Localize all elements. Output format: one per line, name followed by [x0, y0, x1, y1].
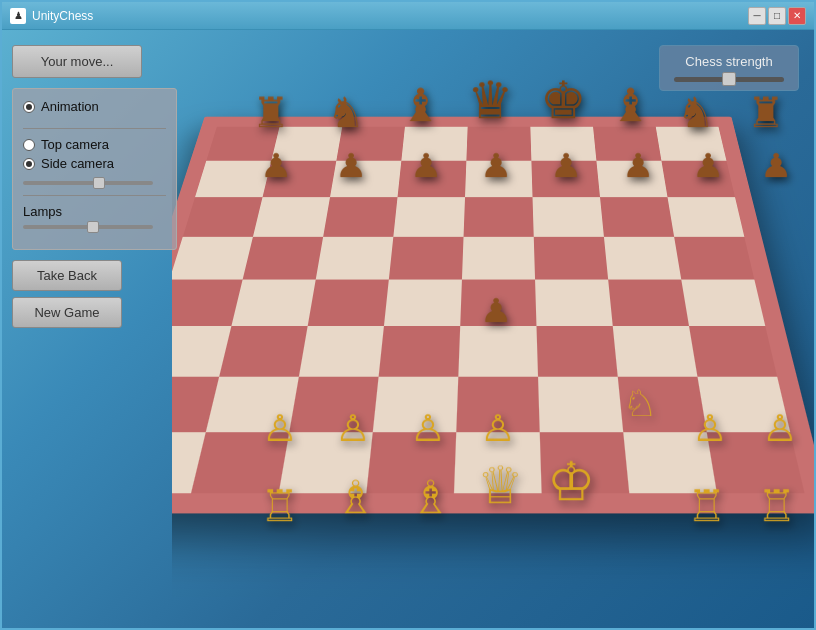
cell-3-8[interactable] — [668, 197, 745, 237]
window-title: UnityChess — [32, 9, 748, 23]
cell-4-7[interactable] — [604, 237, 681, 280]
cell-8-6[interactable] — [540, 432, 630, 493]
close-button[interactable]: ✕ — [788, 7, 806, 25]
left-panel: Your move... Animation Top camera — [12, 45, 187, 328]
cell-6-7[interactable] — [613, 326, 698, 377]
maximize-button[interactable]: □ — [768, 7, 786, 25]
camera-slider-track — [23, 181, 153, 185]
strength-slider-track — [674, 77, 784, 82]
cell-6-5[interactable] — [458, 326, 538, 377]
cell-6-4[interactable] — [379, 326, 461, 377]
divider-1 — [23, 128, 166, 129]
cell-7-6[interactable] — [538, 377, 623, 432]
cell-3-7[interactable] — [600, 197, 674, 237]
cell-8-3[interactable] — [279, 432, 373, 493]
cell-3-1[interactable] — [183, 197, 263, 237]
cell-7-8[interactable] — [697, 377, 790, 432]
window-controls: ─ □ ✕ — [748, 7, 806, 25]
cell-4-6[interactable] — [534, 237, 608, 280]
chess-strength-title: Chess strength — [672, 54, 786, 69]
top-camera-radio[interactable] — [23, 139, 35, 151]
cell-4-2[interactable] — [243, 237, 324, 280]
cell-8-8[interactable] — [707, 432, 805, 493]
cell-1-8[interactable] — [656, 127, 727, 161]
camera-slider-thumb[interactable] — [93, 177, 105, 189]
cell-6-2[interactable] — [219, 326, 308, 377]
top-camera-radio-item[interactable]: Top camera — [23, 137, 166, 152]
cell-3-5[interactable] — [464, 197, 534, 237]
cell-1-4[interactable] — [401, 127, 467, 161]
top-camera-label: Top camera — [41, 137, 109, 152]
chess-strength-panel: Chess strength — [659, 45, 799, 91]
cell-2-2[interactable] — [263, 161, 337, 198]
strength-slider-thumb[interactable] — [722, 72, 736, 86]
cell-1-5[interactable] — [466, 127, 531, 161]
cell-1-7[interactable] — [593, 127, 661, 161]
cell-6-6[interactable] — [536, 326, 617, 377]
controls-panel: Animation Top camera Side camera — [12, 88, 177, 250]
cell-8-5[interactable] — [454, 432, 542, 493]
cell-5-8[interactable] — [681, 280, 765, 326]
cell-7-4[interactable] — [373, 377, 459, 432]
side-camera-radio-item[interactable]: Side camera — [23, 156, 166, 171]
cell-4-8[interactable] — [674, 237, 754, 280]
action-buttons: Take Back New Game — [12, 260, 187, 328]
cell-7-2[interactable] — [206, 377, 299, 432]
cell-2-8[interactable] — [661, 161, 735, 198]
new-game-button[interactable]: New Game — [12, 297, 122, 328]
cell-5-3[interactable] — [308, 280, 389, 326]
side-camera-label: Side camera — [41, 156, 114, 171]
cell-1-2[interactable] — [271, 127, 342, 161]
divider-2 — [23, 195, 166, 196]
animation-radio-item[interactable]: Animation — [23, 99, 166, 114]
cell-2-4[interactable] — [398, 161, 467, 198]
cell-5-5[interactable] — [460, 280, 536, 326]
cell-3-2[interactable] — [253, 197, 330, 237]
your-move-button[interactable]: Your move... — [12, 45, 142, 78]
app-window: ♟ UnityChess ─ □ ✕ — [0, 0, 816, 630]
cell-5-4[interactable] — [384, 280, 462, 326]
cell-1-3[interactable] — [336, 127, 405, 161]
cell-4-4[interactable] — [389, 237, 464, 280]
cell-8-2[interactable] — [191, 432, 289, 493]
cell-2-6[interactable] — [531, 161, 600, 198]
cell-2-1[interactable] — [195, 161, 271, 198]
cell-1-6[interactable] — [530, 127, 596, 161]
cell-2-7[interactable] — [596, 161, 667, 198]
cell-1-1[interactable] — [206, 127, 279, 161]
app-icon: ♟ — [10, 8, 26, 24]
cell-4-3[interactable] — [316, 237, 394, 280]
camera-slider-container — [23, 181, 166, 185]
cell-8-4[interactable] — [366, 432, 456, 493]
board-surface — [172, 117, 814, 514]
minimize-button[interactable]: ─ — [748, 7, 766, 25]
cell-5-2[interactable] — [231, 280, 315, 326]
side-camera-radio[interactable] — [23, 158, 35, 170]
cell-6-8[interactable] — [689, 326, 777, 377]
cell-3-4[interactable] — [393, 197, 465, 237]
cell-3-3[interactable] — [323, 197, 397, 237]
cell-7-3[interactable] — [289, 377, 378, 432]
cell-3-6[interactable] — [533, 197, 604, 237]
cell-2-3[interactable] — [330, 161, 401, 198]
cell-7-5[interactable] — [456, 377, 539, 432]
main-area: ♜ ♞ ♝ ♛ ♚ ♝ ♞ ♜ ♟ ♟ ♟ ♟ ♟ ♟ ♟ ♟ ♟ — [2, 30, 814, 628]
animation-group: Animation — [23, 99, 166, 114]
cell-7-7[interactable] — [618, 377, 707, 432]
cell-6-3[interactable] — [299, 326, 384, 377]
camera-group: Top camera Side camera — [23, 137, 166, 171]
take-back-button[interactable]: Take Back — [12, 260, 122, 291]
lamps-label: Lamps — [23, 204, 166, 219]
chess-board-area: ♜ ♞ ♝ ♛ ♚ ♝ ♞ ♜ ♟ ♟ ♟ ♟ ♟ ♟ ♟ ♟ ♟ — [172, 60, 814, 628]
cell-5-6[interactable] — [535, 280, 613, 326]
animation-label: Animation — [41, 99, 99, 114]
board-grid — [172, 127, 805, 494]
cell-5-7[interactable] — [608, 280, 689, 326]
lamps-slider-thumb[interactable] — [87, 221, 99, 233]
cell-8-7[interactable] — [623, 432, 717, 493]
lamps-slider-container — [23, 225, 166, 229]
title-bar: ♟ UnityChess ─ □ ✕ — [2, 2, 814, 30]
cell-4-5[interactable] — [462, 237, 535, 280]
animation-radio[interactable] — [23, 101, 35, 113]
cell-2-5[interactable] — [465, 161, 533, 198]
